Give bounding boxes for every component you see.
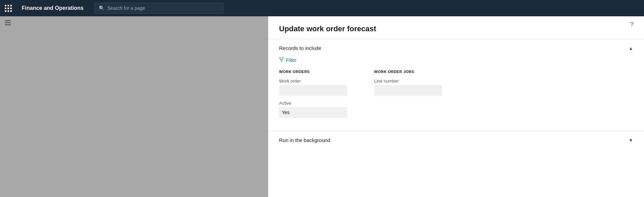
work-orders-group-title: WORK ORDERS: [279, 70, 347, 74]
run-in-background-section: Run in the background ▼: [268, 131, 644, 149]
line-number-label: Line number: [374, 78, 442, 84]
work-order-label: Work order: [279, 78, 347, 84]
search-input[interactable]: [107, 5, 219, 11]
work-order-jobs-group: WORK ORDER JOBS Line number: [374, 70, 442, 123]
fields-row: WORK ORDERS Work order Active: [279, 70, 633, 123]
filter-icon: [279, 57, 284, 63]
search-icon: 🔍: [99, 5, 105, 11]
line-number-input[interactable]: [374, 85, 442, 96]
app-title: Finance and Operations: [16, 5, 89, 11]
dialog-panel: ? Update work order forecast Records to …: [268, 16, 644, 149]
work-order-input[interactable]: [279, 85, 347, 96]
search-bar[interactable]: 🔍: [94, 3, 223, 14]
records-to-include-toggle[interactable]: Records to include ▲: [268, 39, 644, 57]
line-number-field-block: Line number: [374, 78, 442, 96]
left-panel: [0, 16, 268, 197]
run-in-background-label: Run in the background: [279, 137, 330, 143]
right-wrapper: ? Update work order forecast Records to …: [268, 16, 644, 197]
work-order-jobs-group-title: WORK ORDER JOBS: [374, 70, 442, 74]
active-input[interactable]: [279, 107, 347, 118]
top-navbar: Finance and Operations 🔍: [0, 0, 644, 16]
active-field-block: Active: [279, 101, 347, 118]
run-in-background-toggle[interactable]: Run in the background ▼: [268, 131, 644, 149]
active-label: Active: [279, 101, 347, 106]
dialog-header: Update work order forecast: [268, 16, 644, 39]
filter-label: Filter: [286, 57, 296, 63]
app-grid-button[interactable]: [0, 0, 16, 16]
dialog-title: Update work order forecast: [279, 24, 633, 33]
run-in-background-chevron: ▼: [628, 138, 633, 143]
work-order-field-block: Work order: [279, 78, 347, 96]
filter-link[interactable]: Filter: [279, 57, 296, 63]
grid-dots: [5, 5, 12, 12]
records-to-include-body: Filter WORK ORDERS Work order: [268, 57, 644, 131]
sidebar-toggle-button[interactable]: [0, 16, 268, 29]
main-content: ? Update work order forecast Records to …: [0, 16, 644, 197]
records-to-include-section: Records to include ▲ Filter: [268, 39, 644, 131]
help-button[interactable]: ?: [628, 20, 636, 29]
work-orders-group: WORK ORDERS Work order Active: [279, 70, 347, 123]
records-to-include-chevron: ▲: [628, 46, 633, 51]
records-to-include-label: Records to include: [279, 45, 321, 51]
